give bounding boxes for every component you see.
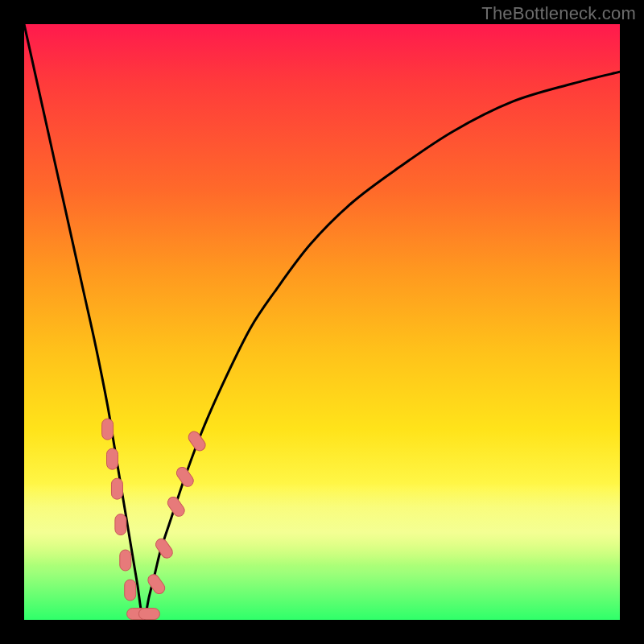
watermark-label: TheBottleneck.com [481, 3, 636, 24]
marker-group [102, 419, 208, 619]
data-marker [175, 465, 196, 489]
data-marker [154, 537, 175, 560]
data-marker [146, 572, 167, 596]
chart-frame: TheBottleneck.com [0, 0, 644, 644]
data-marker [111, 478, 122, 499]
data-marker [186, 429, 207, 452]
data-marker [138, 609, 159, 620]
marker-layer [24, 24, 620, 620]
plot-area [24, 24, 620, 620]
data-marker [166, 495, 187, 518]
data-marker [115, 514, 126, 535]
data-marker [107, 448, 118, 469]
data-marker [120, 550, 131, 571]
data-marker [125, 580, 136, 601]
data-marker [102, 419, 114, 440]
